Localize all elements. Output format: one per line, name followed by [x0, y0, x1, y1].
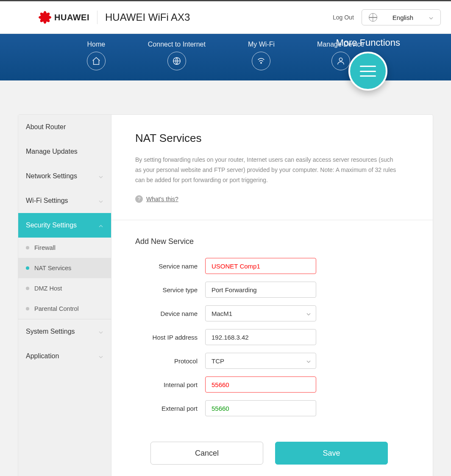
- more-functions-button[interactable]: [348, 52, 387, 91]
- sidebar-item-wifi[interactable]: Wi-Fi Settings: [18, 188, 111, 213]
- sidebar-sub-parental[interactable]: Parental Control: [18, 299, 111, 319]
- bullet-icon: [26, 246, 29, 249]
- sidebar-item-security[interactable]: Security Settings: [18, 213, 111, 238]
- sidebar-item-application[interactable]: Application: [18, 344, 111, 368]
- page-title: NAT Services: [135, 132, 433, 145]
- sidebar-item-about[interactable]: About Router: [18, 115, 111, 139]
- whats-this: ? What's this?: [135, 195, 433, 203]
- huawei-sun-icon: [38, 11, 52, 24]
- bullet-icon: [26, 266, 29, 270]
- input-external-port[interactable]: [205, 400, 316, 416]
- product-name: HUAWEI WiFi AX3: [105, 11, 190, 23]
- logout-link[interactable]: Log Out: [333, 14, 354, 21]
- sidebar-item-network[interactable]: Network Settings: [18, 164, 111, 188]
- nav-wifi[interactable]: My Wi-Fi: [248, 41, 275, 70]
- input-host-ip[interactable]: [205, 329, 316, 345]
- chevron-down-icon: [98, 354, 103, 359]
- whats-this-link[interactable]: What's this?: [146, 196, 178, 202]
- help-icon: ?: [135, 195, 143, 203]
- nav-home[interactable]: Home: [87, 41, 106, 70]
- sidebar: About Router Manage Updates Network Sett…: [18, 115, 111, 476]
- sidebar-item-system[interactable]: System Settings: [18, 319, 111, 344]
- chevron-down-icon: [98, 174, 103, 179]
- nav-wifi-label: My Wi-Fi: [248, 41, 275, 48]
- input-service-type[interactable]: [205, 282, 316, 298]
- input-internal-port[interactable]: [205, 376, 316, 393]
- wifi-icon: [252, 52, 270, 70]
- section-title: Add New Service: [135, 237, 433, 246]
- sidebar-sub-dmz[interactable]: DMZ Host: [18, 278, 111, 299]
- chevron-down-icon: [98, 329, 103, 334]
- page-panel: About Router Manage Updates Network Sett…: [18, 114, 433, 476]
- label-external-port: External port: [135, 405, 205, 412]
- select-device-name[interactable]: [205, 305, 316, 321]
- brand-logo: HUAWEI: [38, 11, 89, 24]
- language-value: English: [393, 14, 413, 21]
- label-internal-port: Internal port: [135, 381, 205, 388]
- chevron-down-icon: [429, 15, 434, 20]
- label-protocol: Protocol: [135, 357, 205, 365]
- bullet-icon: [26, 287, 29, 290]
- divider: [97, 11, 97, 24]
- divider: [111, 220, 433, 220]
- hamburger-icon: [360, 66, 376, 77]
- label-service-name: Service name: [135, 263, 205, 270]
- nav-more-label: More Functions: [336, 37, 400, 48]
- content-panel: NAT Services By setting forwarding rules…: [111, 115, 433, 476]
- input-service-name[interactable]: [205, 258, 316, 274]
- page-description: By setting forwarding rules on your rout…: [135, 155, 398, 185]
- label-service-type: Service type: [135, 286, 205, 293]
- header: HUAWEI HUAWEI WiFi AX3 Log Out English: [0, 0, 451, 34]
- language-select[interactable]: English: [362, 9, 441, 25]
- save-button[interactable]: Save: [275, 442, 388, 465]
- internet-icon: [167, 52, 186, 70]
- main-nav: Home Connect to Internet My Wi-Fi Manage…: [0, 34, 451, 80]
- svg-point-1: [261, 62, 262, 63]
- label-device-name: Device name: [135, 310, 205, 317]
- chevron-down-icon: [98, 198, 103, 203]
- home-icon: [87, 52, 106, 70]
- cancel-button[interactable]: Cancel: [150, 442, 263, 465]
- sidebar-item-updates[interactable]: Manage Updates: [18, 139, 111, 164]
- label-host-ip: Host IP address: [135, 334, 205, 341]
- chevron-up-icon: [98, 223, 103, 228]
- sidebar-sub-nat[interactable]: NAT Services: [18, 258, 111, 278]
- select-protocol[interactable]: [205, 353, 316, 369]
- globe-icon: [369, 13, 377, 22]
- nav-internet[interactable]: Connect to Internet: [148, 41, 206, 70]
- nav-home-label: Home: [87, 41, 105, 48]
- sidebar-sub-firewall[interactable]: Firewall: [18, 238, 111, 258]
- brand-name: HUAWEI: [54, 13, 89, 22]
- bullet-icon: [26, 307, 29, 310]
- nav-more: More Functions: [336, 37, 400, 91]
- nav-internet-label: Connect to Internet: [148, 41, 206, 48]
